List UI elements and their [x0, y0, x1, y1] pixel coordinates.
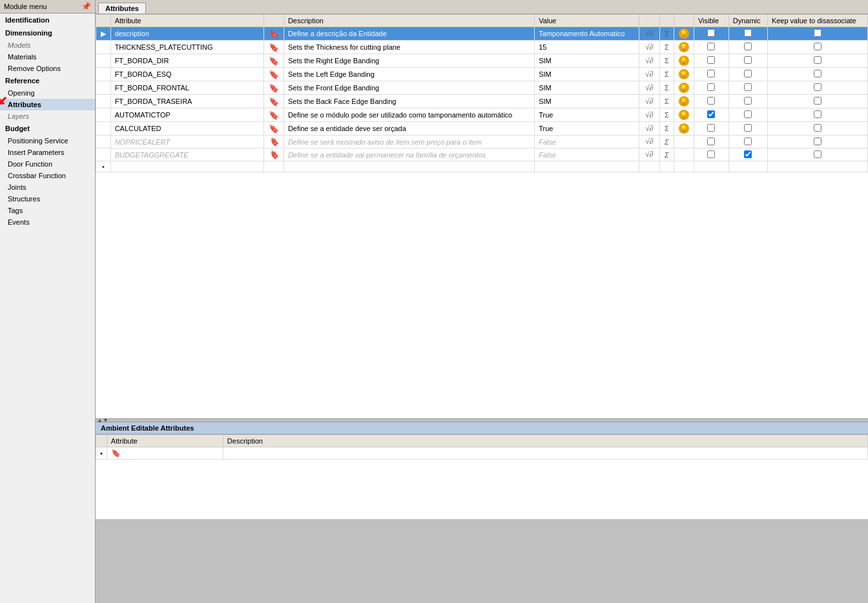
visible-checkbox[interactable]: [707, 83, 715, 91]
table-row[interactable]: FT_BORDA_ESQ🔖Sets the Left Edge BandingS…: [96, 68, 868, 81]
ambient-table-container[interactable]: Attribute Description • 🔖: [96, 434, 868, 519]
dynamic-checkbox[interactable]: [744, 138, 752, 145]
keep-checkbox[interactable]: [814, 29, 822, 37]
dynamic-checkbox[interactable]: [744, 97, 752, 105]
row-sigma-icon[interactable]: Σ: [660, 136, 674, 148]
table-row[interactable]: FT_BORDA_TRASEIRA🔖Sets the Back Face Edg…: [96, 95, 868, 108]
row-formula-icon[interactable]: √∂: [639, 68, 659, 81]
row-formula-icon[interactable]: √∂: [639, 41, 659, 54]
row-sigma-icon[interactable]: Σ: [660, 122, 674, 136]
sidebar-item-budget[interactable]: Budget: [0, 122, 95, 135]
visible-checkbox[interactable]: [707, 124, 715, 132]
row-tip-icon[interactable]: 💡: [674, 122, 694, 136]
row-sigma-icon[interactable]: Σ: [660, 68, 674, 81]
sidebar-item-structures[interactable]: Structures: [0, 193, 95, 205]
visible-checkbox[interactable]: [707, 97, 715, 105]
sqrt-icon: √∂: [645, 124, 654, 133]
sidebar-item-reference[interactable]: Reference: [0, 74, 95, 87]
table-row[interactable]: FT_BORDA_DIR🔖Sets the Right Edge Banding…: [96, 54, 868, 68]
row-formula-icon[interactable]: [639, 161, 659, 172]
pin-icon[interactable]: 📌: [81, 2, 91, 11]
row-sigma-icon[interactable]: Σ: [660, 41, 674, 54]
dynamic-checkbox[interactable]: [744, 110, 752, 118]
row-tip-icon[interactable]: 💡: [674, 68, 694, 81]
sidebar-item-door-function[interactable]: Door Function: [0, 158, 95, 170]
row-tip-icon[interactable]: 💡: [674, 41, 694, 54]
sidebar-item-identification[interactable]: Identification: [0, 14, 95, 26]
row-marker: ▶: [96, 27, 111, 41]
dynamic-checkbox[interactable]: [744, 124, 752, 132]
row-formula-icon[interactable]: √∂: [639, 136, 659, 148]
sidebar-item-remove-options[interactable]: Remove Options: [0, 63, 95, 74]
sidebar-item-positioning-service[interactable]: Positioning Service: [0, 135, 95, 147]
table-row[interactable]: AUTOMATICTOP🔖Define se o módulo pode ser…: [96, 108, 868, 122]
row-formula-icon[interactable]: √∂: [639, 122, 659, 136]
row-formula-icon[interactable]: √∂: [639, 108, 659, 122]
table-row[interactable]: NOPRICEALERT🔖Define se será mostrado avi…: [96, 136, 868, 148]
sidebar-item-models[interactable]: Models: [0, 39, 95, 51]
visible-checkbox[interactable]: [707, 56, 715, 64]
tab-attributes[interactable]: Attributes: [98, 3, 146, 14]
table-row[interactable]: •: [96, 161, 868, 172]
row-tip-icon[interactable]: [674, 148, 694, 161]
sidebar-item-attributes[interactable]: Attributes➜: [0, 99, 95, 110]
row-sigma-icon[interactable]: Σ: [660, 95, 674, 108]
row-tip-icon[interactable]: 💡: [674, 81, 694, 95]
row-formula-icon[interactable]: √∂: [639, 27, 659, 41]
row-tip-icon[interactable]: [674, 161, 694, 172]
row-formula-icon[interactable]: √∂: [639, 81, 659, 95]
sidebar-item-joints[interactable]: Joints: [0, 181, 95, 193]
row-formula-icon[interactable]: √∂: [639, 148, 659, 161]
sidebar-item-opening[interactable]: Opening: [0, 87, 95, 99]
keep-checkbox[interactable]: [814, 138, 822, 145]
sidebar-item-materials[interactable]: Materials: [0, 51, 95, 63]
row-formula-icon[interactable]: √∂: [639, 54, 659, 68]
row-sigma-icon[interactable]: [660, 161, 674, 172]
dynamic-checkbox[interactable]: [744, 70, 752, 77]
keep-checkbox[interactable]: [814, 124, 822, 132]
sidebar-item-tags[interactable]: Tags: [0, 205, 95, 216]
sidebar-item-crossbar-function[interactable]: Crossbar Function: [0, 170, 95, 181]
row-tip-icon[interactable]: 💡: [674, 27, 694, 41]
keep-checkbox[interactable]: [814, 70, 822, 77]
keep-checkbox[interactable]: [814, 110, 822, 118]
sidebar-item-layers[interactable]: Layers: [0, 110, 95, 122]
table-row[interactable]: FT_BORDA_FRONTAL🔖Sets the Front Edge Ban…: [96, 81, 868, 95]
row-formula-icon[interactable]: √∂: [639, 95, 659, 108]
visible-checkbox[interactable]: [707, 150, 715, 158]
dynamic-checkbox[interactable]: [744, 56, 752, 64]
keep-checkbox[interactable]: [814, 56, 822, 64]
sidebar-item-dimensioning[interactable]: Dimensioning: [0, 26, 95, 39]
row-sigma-icon[interactable]: Σ: [660, 81, 674, 95]
row-tip-icon[interactable]: 💡: [674, 95, 694, 108]
attributes-table-container[interactable]: Attribute Description Value Visible Dyna…: [96, 14, 868, 418]
row-tip-icon[interactable]: 💡: [674, 108, 694, 122]
keep-checkbox[interactable]: [814, 150, 822, 158]
dynamic-checkbox[interactable]: [744, 43, 752, 50]
visible-checkbox[interactable]: [707, 110, 715, 118]
keep-checkbox[interactable]: [814, 97, 822, 105]
row-sigma-icon[interactable]: Σ: [660, 27, 674, 41]
row-sigma-icon[interactable]: Σ: [660, 54, 674, 68]
visible-checkbox[interactable]: [707, 70, 715, 77]
row-tip-icon[interactable]: [674, 136, 694, 148]
row-tip-icon[interactable]: 💡: [674, 54, 694, 68]
sidebar-item-events[interactable]: Events: [0, 216, 95, 228]
keep-checkbox[interactable]: [814, 43, 822, 50]
table-row[interactable]: THICKNESS_PLATECUTTING🔖Sets the Thicknes…: [96, 41, 868, 54]
visible-checkbox[interactable]: [707, 138, 715, 145]
table-row[interactable]: ▶description🔖Define a descrição da Entid…: [96, 27, 868, 41]
visible-checkbox[interactable]: [707, 29, 715, 37]
row-sigma-icon[interactable]: Σ: [660, 108, 674, 122]
sqrt-icon: √∂: [645, 56, 654, 65]
dynamic-checkbox[interactable]: [744, 150, 752, 158]
dynamic-checkbox[interactable]: [744, 83, 752, 91]
table-row[interactable]: CALCULATED🔖Define se a entidade deve ser…: [96, 122, 868, 136]
visible-checkbox[interactable]: [707, 43, 715, 50]
keep-checkbox[interactable]: [814, 83, 822, 91]
sidebar-item-insert-parameters[interactable]: Insert Parameters: [0, 147, 95, 158]
table-row[interactable]: BUDGETAGGREGATE🔖Define se a entidade vai…: [96, 148, 868, 161]
row-keep-checkbox-cell: [767, 122, 867, 136]
row-sigma-icon[interactable]: Σ: [660, 148, 674, 161]
dynamic-checkbox[interactable]: [744, 29, 752, 37]
